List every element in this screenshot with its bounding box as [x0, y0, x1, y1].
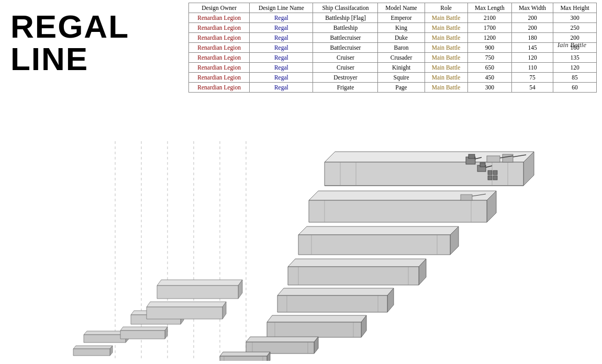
table-cell: Main Battle	[425, 73, 467, 83]
svg-marker-30	[288, 259, 426, 267]
table-cell: 120	[553, 63, 597, 73]
svg-marker-50	[220, 352, 270, 356]
svg-marker-70	[147, 302, 226, 307]
table-cell: Regal	[250, 83, 313, 93]
table-cell: 75	[512, 73, 553, 83]
table-header-cell: Model Name	[378, 3, 425, 13]
table-header-cell: Design Line Name	[250, 3, 313, 13]
table-cell: Squire	[378, 73, 425, 83]
table-cell: Crusader	[378, 53, 425, 63]
ship-kinight	[267, 315, 366, 337]
svg-rect-14	[487, 156, 500, 162]
svg-rect-77	[480, 163, 485, 167]
ship-visualization	[52, 141, 602, 354]
table-cell: Destroyer	[313, 73, 378, 83]
table-cell: Duke	[378, 33, 425, 43]
ship-svg	[52, 141, 550, 361]
table-cell: Main Battle	[425, 43, 467, 53]
table-cell: Emperor	[378, 13, 425, 23]
table-cell: Battleship	[313, 23, 378, 33]
table-cell: Baron	[378, 43, 425, 53]
table-header-cell: Max Height	[553, 3, 597, 13]
page-title: REGAL LINE	[10, 10, 129, 75]
table-row: Renardian LegionRegalBattleship [Flag]Em…	[189, 13, 597, 23]
table-cell: Renardian Legion	[189, 43, 250, 53]
svg-marker-20	[309, 200, 487, 222]
table-cell: Renardian Legion	[189, 63, 250, 73]
table-cell: Main Battle	[425, 13, 467, 23]
svg-rect-23	[461, 195, 472, 200]
table-cell: 2100	[467, 13, 511, 23]
table-cell: Battleship [Flag]	[313, 13, 378, 23]
table-cell: 60	[553, 83, 597, 93]
table-cell: Page	[378, 83, 425, 93]
table-header-cell: Design Owner	[189, 3, 250, 13]
table-cell: Main Battle	[425, 33, 467, 43]
table-cell: Regal	[250, 53, 313, 63]
table-cell: 750	[467, 53, 511, 63]
svg-rect-82	[493, 176, 497, 180]
svg-rect-81	[488, 176, 492, 180]
table-cell: 145	[512, 43, 553, 53]
table-row: Renardian LegionRegalDestroyerSquireMain…	[189, 73, 597, 83]
svg-marker-58	[73, 346, 113, 349]
table-cell: Kinight	[378, 63, 425, 73]
ship-king	[309, 191, 496, 222]
table-cell: Regal	[250, 63, 313, 73]
table-header-cell: Max Length	[467, 3, 511, 13]
svg-rect-74	[469, 154, 475, 158]
ships-mid-group	[157, 280, 242, 299]
table-cell: Cruiser	[313, 53, 378, 63]
ships-mid-group2	[147, 302, 226, 319]
table-cell: 450	[467, 73, 511, 83]
table-header-cell: Ship Classifacation	[313, 3, 378, 13]
svg-marker-35	[277, 288, 394, 295]
table-cell: Frigate	[313, 83, 378, 93]
table-body: Renardian LegionRegalBattleship [Flag]Em…	[189, 13, 597, 93]
table-cell: 200	[512, 23, 553, 33]
table-cell: Renardian Legion	[189, 23, 250, 33]
ship-squire	[246, 337, 318, 354]
table-cell: Renardian Legion	[189, 13, 250, 23]
table-cell: Regal	[250, 33, 313, 43]
table-cell: Cruiser	[313, 63, 378, 73]
svg-marker-69	[157, 286, 238, 299]
table-cell: Battlecruiser	[313, 43, 378, 53]
ship-baron	[288, 259, 426, 285]
table-cell: 160	[553, 43, 597, 53]
ship-page	[220, 352, 270, 361]
table-row: Renardian LegionRegalBattleshipKingMain …	[189, 23, 597, 33]
table-cell: Renardian Legion	[189, 83, 250, 93]
table-header-cell: Max Width	[512, 3, 553, 13]
svg-marker-37	[277, 295, 387, 312]
table-cell: 54	[512, 83, 553, 93]
title-line1: REGAL	[10, 10, 129, 43]
table-cell: Main Battle	[425, 83, 467, 93]
svg-marker-27	[298, 235, 450, 255]
table-cell: Battlecruiser	[313, 33, 378, 43]
ship-crusader	[277, 288, 394, 312]
table-header: Design OwnerDesign Line NameShip Classif…	[189, 3, 597, 13]
svg-marker-72	[147, 307, 222, 319]
table-cell: 120	[512, 53, 553, 63]
svg-marker-64	[120, 327, 168, 331]
table-row: Renardian LegionRegalBattlecruiserDukeMa…	[189, 33, 597, 43]
svg-rect-80	[493, 170, 497, 175]
table-cell: Main Battle	[425, 63, 467, 73]
table-cell: 1700	[467, 23, 511, 33]
svg-rect-79	[488, 170, 492, 175]
svg-marker-52	[220, 356, 267, 361]
table-cell: 200	[512, 13, 553, 23]
table-cell: Renardian Legion	[189, 73, 250, 83]
table-cell: 250	[553, 23, 597, 33]
svg-marker-57	[84, 335, 126, 343]
table-cell: 180	[512, 33, 553, 43]
table-row: Renardian LegionRegalCruiserCrusaderMain…	[189, 53, 597, 63]
svg-marker-25	[298, 226, 459, 235]
table-cell: Renardian Legion	[189, 53, 250, 63]
title-line2: LINE	[10, 43, 129, 75]
table-header-cell: Role	[425, 3, 467, 13]
table-cell: 900	[467, 43, 511, 53]
svg-marker-42	[267, 322, 361, 337]
table-cell: King	[378, 23, 425, 33]
